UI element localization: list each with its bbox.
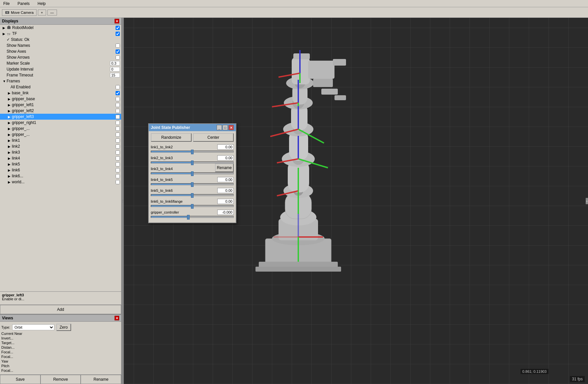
- tree-item-link6b[interactable]: ▶ link6...: [0, 173, 121, 179]
- joint-slider-6[interactable]: [151, 216, 234, 218]
- update-interval-value[interactable]: 0: [110, 67, 120, 72]
- link4-checkbox[interactable]: [116, 156, 120, 161]
- joint-slider-2[interactable]: [151, 172, 234, 174]
- joint-value-1[interactable]: [217, 155, 234, 161]
- minus-button[interactable]: —: [47, 10, 57, 15]
- link3-checkbox[interactable]: [116, 150, 120, 155]
- tree-item-show-arrows[interactable]: Show Arrows: [0, 54, 121, 60]
- tree-item-all-enabled[interactable]: All Enabled: [0, 84, 121, 90]
- frame-timeout-value[interactable]: 15: [110, 73, 120, 77]
- expand-gripper-left1-icon[interactable]: ▶: [8, 103, 12, 107]
- displays-close-button[interactable]: ✕: [115, 19, 119, 23]
- tf-checkbox[interactable]: [116, 32, 120, 36]
- gripper-base-checkbox[interactable]: [116, 97, 120, 101]
- views-type-select[interactable]: Orbit FPS ThirdPersonFollower TopDownOrt…: [12, 324, 54, 330]
- viewport[interactable]: Joint State Publisher _ □ ✕ Randomize Ce…: [124, 18, 588, 384]
- world-checkbox[interactable]: [116, 180, 120, 184]
- expand-link3-icon[interactable]: ▶: [8, 151, 12, 154]
- joint-value-0[interactable]: [217, 144, 234, 150]
- expand-link6b-icon[interactable]: ▶: [8, 174, 12, 178]
- tree-item-gripper-right3[interactable]: ▶ gripper_...: [0, 132, 121, 137]
- menu-panels[interactable]: Panels: [15, 1, 32, 7]
- tree-item-link1[interactable]: ▶ link1: [0, 137, 121, 143]
- tree-item-robotmodel[interactable]: ▶ RobotModel: [0, 25, 121, 31]
- joint-value-6[interactable]: [217, 210, 234, 215]
- rename-button[interactable]: Rename: [81, 375, 121, 384]
- gripper-left2-checkbox[interactable]: [116, 109, 120, 113]
- tree-item-update-interval[interactable]: Update Interval 0: [0, 66, 121, 72]
- joint-value-4[interactable]: [217, 188, 234, 193]
- joint-slider-3[interactable]: [151, 183, 234, 185]
- remove-button[interactable]: Remove: [40, 375, 81, 384]
- expand-robotmodel-icon[interactable]: ▶: [3, 26, 7, 30]
- link6-checkbox[interactable]: [116, 168, 120, 172]
- jsp-maximize-button[interactable]: □: [223, 125, 228, 130]
- tree-item-gripper-right1[interactable]: ▶ gripper_right1: [0, 120, 121, 126]
- views-close-button[interactable]: ✕: [115, 316, 119, 320]
- tree-item-tf[interactable]: ▶ TF TF: [0, 31, 121, 37]
- randomize-button[interactable]: Randomize: [151, 133, 192, 142]
- link1-checkbox[interactable]: [116, 138, 120, 143]
- add-button[interactable]: Add: [0, 305, 121, 314]
- menu-file[interactable]: File: [1, 1, 12, 7]
- expand-gripper-right1-icon[interactable]: ▶: [8, 121, 12, 125]
- tree-item-show-axes[interactable]: Show Axes: [0, 48, 121, 54]
- show-arrows-checkbox[interactable]: [116, 55, 120, 60]
- expand-link2-icon[interactable]: ▶: [8, 145, 12, 148]
- tree-item-base-link[interactable]: ▶ base_link: [0, 90, 121, 96]
- tree-item-show-names[interactable]: Show Names: [0, 43, 121, 48]
- tree-item-marker-scale[interactable]: Marker Scale 0.3: [0, 60, 121, 66]
- plus-button[interactable]: +: [38, 10, 46, 15]
- expand-world-icon[interactable]: ▶: [8, 180, 12, 184]
- link5-checkbox[interactable]: [116, 162, 120, 166]
- tree-item-link3[interactable]: ▶ link3: [0, 149, 121, 155]
- zero-button[interactable]: Zero: [56, 324, 71, 331]
- all-enabled-checkbox[interactable]: [116, 85, 120, 89]
- expand-link4-icon[interactable]: ▶: [8, 157, 12, 160]
- tree-item-frame-timeout[interactable]: Frame Timeout 15: [0, 72, 121, 78]
- gripper-left1-checkbox[interactable]: [116, 103, 120, 107]
- link2-checkbox[interactable]: [116, 144, 120, 149]
- tree-item-gripper-left3[interactable]: ▶ gripper_left3: [0, 114, 121, 120]
- tree-item-link5[interactable]: ▶ link5: [0, 161, 121, 167]
- robotmodel-checkbox[interactable]: [116, 26, 120, 30]
- base-link-checkbox[interactable]: [116, 91, 120, 95]
- marker-scale-value[interactable]: 0.3: [110, 61, 120, 66]
- expand-link6-icon[interactable]: ▶: [8, 168, 12, 172]
- jsp-minimize-button[interactable]: _: [217, 125, 222, 130]
- expand-link5-icon[interactable]: ▶: [8, 162, 12, 166]
- menu-help[interactable]: Help: [36, 1, 48, 7]
- gripper-right3-checkbox[interactable]: [116, 133, 120, 137]
- tree-item-gripper-right2[interactable]: ▶ gripper_...: [0, 126, 121, 132]
- expand-link1-icon[interactable]: ▶: [8, 139, 12, 142]
- tree-item-link6[interactable]: ▶ link6: [0, 167, 121, 173]
- expand-gripper-right3-icon[interactable]: ▶: [8, 133, 12, 136]
- joint-slider-0[interactable]: [151, 151, 234, 153]
- tree-item-link2[interactable]: ▶ link2: [0, 143, 121, 149]
- expand-base-link-icon[interactable]: ▶: [8, 91, 12, 95]
- expand-gripper-right2-icon[interactable]: ▶: [8, 127, 12, 131]
- show-axes-checkbox[interactable]: [116, 49, 120, 54]
- tree-item-link4[interactable]: ▶ link4: [0, 155, 121, 161]
- joint-value-5[interactable]: [217, 199, 234, 204]
- expand-frames-icon[interactable]: ▼: [3, 79, 7, 83]
- rename-jsp-button[interactable]: Rename: [215, 163, 234, 172]
- expand-gripper-base-icon[interactable]: ▶: [8, 97, 12, 101]
- tree-item-gripper-base[interactable]: ▶ gripper_base: [0, 96, 121, 102]
- tree-item-frames[interactable]: ▼ Frames: [0, 78, 121, 84]
- viewport-expand-button[interactable]: ›: [586, 198, 588, 204]
- link6b-checkbox[interactable]: [116, 174, 120, 178]
- gripper-left3-checkbox[interactable]: [116, 115, 120, 119]
- tree-item-world[interactable]: ▶ world...: [0, 179, 121, 185]
- jsp-close-button[interactable]: ✕: [228, 125, 234, 130]
- joint-slider-5[interactable]: [151, 205, 234, 207]
- gripper-right2-checkbox[interactable]: [116, 127, 120, 131]
- expand-tf-icon[interactable]: ▶: [3, 32, 7, 36]
- gripper-right1-checkbox[interactable]: [116, 121, 120, 125]
- expand-gripper-left3-icon[interactable]: ▶: [8, 115, 12, 119]
- tree-item-gripper-left1[interactable]: ▶ gripper_left1: [0, 102, 121, 108]
- move-camera-button[interactable]: Move Camera: [2, 9, 37, 16]
- center-button[interactable]: Center: [193, 133, 234, 142]
- joint-value-3[interactable]: [217, 177, 234, 182]
- joint-slider-4[interactable]: [151, 194, 234, 196]
